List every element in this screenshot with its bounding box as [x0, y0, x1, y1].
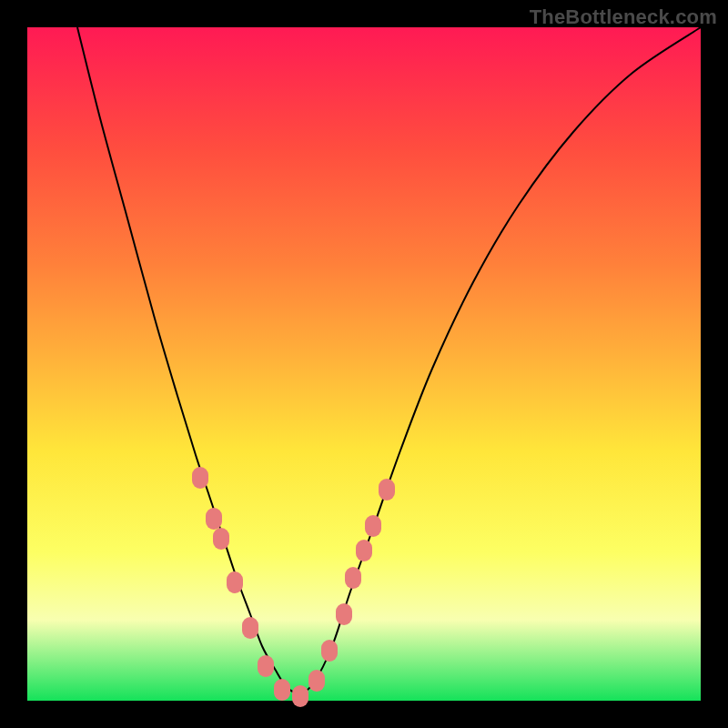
marker-dot — [192, 467, 208, 489]
marker-dot — [274, 679, 290, 701]
marker-dot — [345, 567, 361, 589]
marker-dot — [379, 479, 395, 500]
marker-dot — [213, 528, 229, 550]
marker-dot — [258, 655, 274, 677]
marker-dot — [321, 640, 338, 662]
outer-frame: TheBottleneck.com — [0, 0, 728, 728]
marker-dot — [365, 515, 381, 537]
dots-layer — [27, 27, 701, 701]
watermark: TheBottleneck.com — [530, 5, 717, 29]
marker-dot — [242, 617, 258, 639]
marker-dot — [227, 571, 243, 593]
marker-dot — [356, 540, 372, 561]
marker-dot — [206, 508, 222, 530]
marker-dot — [292, 685, 308, 707]
marker-dot — [336, 603, 352, 625]
marker-dot — [308, 670, 325, 692]
